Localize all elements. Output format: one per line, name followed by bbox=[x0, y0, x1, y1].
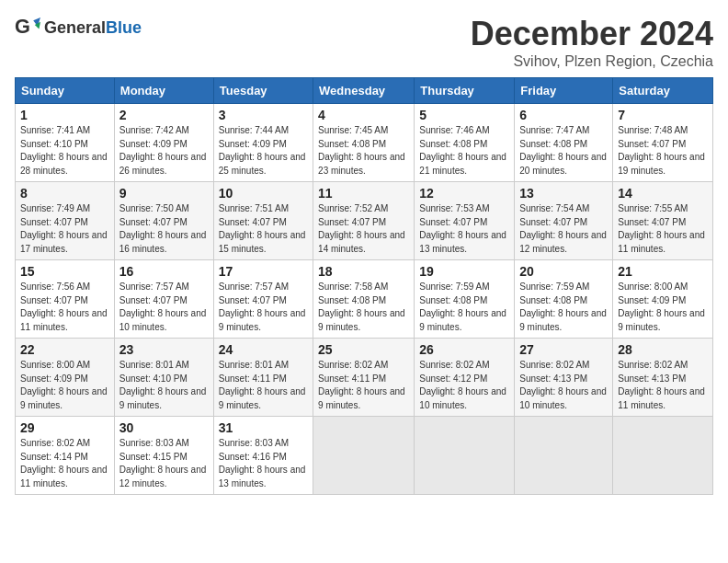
day-detail: Sunrise: 8:00 AM Sunset: 4:09 PM Dayligh… bbox=[618, 281, 708, 334]
calendar-cell: 5 Sunrise: 7:46 AM Sunset: 4:08 PM Dayli… bbox=[415, 104, 515, 182]
calendar-cell: 20 Sunrise: 7:59 AM Sunset: 4:08 PM Dayl… bbox=[515, 260, 613, 339]
day-detail: Sunrise: 8:02 AM Sunset: 4:14 PM Dayligh… bbox=[20, 437, 109, 490]
week-row-4: 22 Sunrise: 8:00 AM Sunset: 4:09 PM Dayl… bbox=[16, 339, 713, 417]
day-number: 24 bbox=[219, 342, 308, 357]
day-detail: Sunrise: 7:50 AM Sunset: 4:07 PM Dayligh… bbox=[119, 202, 209, 256]
day-number: 12 bbox=[419, 186, 509, 201]
day-detail: Sunrise: 7:57 AM Sunset: 4:07 PM Dayligh… bbox=[219, 281, 308, 334]
day-number: 11 bbox=[318, 186, 409, 201]
calendar-cell: 16 Sunrise: 7:57 AM Sunset: 4:07 PM Dayl… bbox=[114, 260, 213, 339]
week-row-5: 29 Sunrise: 8:02 AM Sunset: 4:14 PM Dayl… bbox=[16, 417, 713, 495]
day-detail: Sunrise: 8:03 AM Sunset: 4:15 PM Dayligh… bbox=[119, 437, 209, 490]
day-number: 25 bbox=[318, 342, 409, 357]
calendar-cell: 3 Sunrise: 7:44 AM Sunset: 4:09 PM Dayli… bbox=[213, 104, 313, 182]
day-number: 15 bbox=[20, 264, 109, 279]
day-number: 9 bbox=[119, 186, 209, 201]
day-number: 29 bbox=[20, 420, 109, 435]
calendar-cell: 1 Sunrise: 7:41 AM Sunset: 4:10 PM Dayli… bbox=[16, 104, 115, 182]
day-number: 18 bbox=[318, 264, 409, 279]
calendar-cell: 28 Sunrise: 8:02 AM Sunset: 4:13 PM Dayl… bbox=[613, 339, 713, 417]
day-number: 17 bbox=[219, 264, 308, 279]
title-area: December 2024 Svihov, Plzen Region, Czec… bbox=[471, 15, 713, 70]
day-detail: Sunrise: 7:58 AM Sunset: 4:08 PM Dayligh… bbox=[318, 281, 409, 334]
location-title: Svihov, Plzen Region, Czechia bbox=[471, 53, 713, 70]
calendar-cell: 21 Sunrise: 8:00 AM Sunset: 4:09 PM Dayl… bbox=[613, 260, 713, 339]
weekday-header-thursday: Thursday bbox=[415, 78, 515, 104]
calendar-cell: 18 Sunrise: 7:58 AM Sunset: 4:08 PM Dayl… bbox=[313, 260, 415, 339]
calendar-cell: 15 Sunrise: 7:56 AM Sunset: 4:07 PM Dayl… bbox=[16, 260, 115, 339]
day-detail: Sunrise: 8:02 AM Sunset: 4:13 PM Dayligh… bbox=[519, 359, 608, 412]
weekday-header-saturday: Saturday bbox=[613, 78, 713, 104]
week-row-3: 15 Sunrise: 7:56 AM Sunset: 4:07 PM Dayl… bbox=[16, 260, 713, 339]
calendar-cell: 29 Sunrise: 8:02 AM Sunset: 4:14 PM Dayl… bbox=[16, 417, 115, 495]
day-number: 14 bbox=[618, 186, 708, 201]
calendar-cell bbox=[415, 417, 515, 495]
day-number: 7 bbox=[618, 108, 708, 122]
calendar-cell: 2 Sunrise: 7:42 AM Sunset: 4:09 PM Dayli… bbox=[114, 104, 213, 182]
day-number: 20 bbox=[519, 264, 608, 279]
weekday-header-monday: Monday bbox=[114, 78, 213, 104]
day-number: 10 bbox=[219, 186, 308, 201]
calendar-cell: 4 Sunrise: 7:45 AM Sunset: 4:08 PM Dayli… bbox=[313, 104, 415, 182]
day-detail: Sunrise: 8:02 AM Sunset: 4:13 PM Dayligh… bbox=[618, 359, 708, 412]
calendar-cell: 31 Sunrise: 8:03 AM Sunset: 4:16 PM Dayl… bbox=[213, 417, 313, 495]
day-number: 27 bbox=[519, 342, 608, 357]
day-number: 8 bbox=[20, 186, 109, 201]
calendar-cell: 8 Sunrise: 7:49 AM Sunset: 4:07 PM Dayli… bbox=[16, 182, 115, 260]
day-detail: Sunrise: 8:02 AM Sunset: 4:11 PM Dayligh… bbox=[318, 359, 409, 412]
day-detail: Sunrise: 7:54 AM Sunset: 4:07 PM Dayligh… bbox=[519, 202, 608, 256]
day-number: 4 bbox=[318, 108, 409, 122]
calendar-cell: 25 Sunrise: 8:02 AM Sunset: 4:11 PM Dayl… bbox=[313, 339, 415, 417]
calendar-cell: 13 Sunrise: 7:54 AM Sunset: 4:07 PM Dayl… bbox=[515, 182, 613, 260]
calendar-cell: 10 Sunrise: 7:51 AM Sunset: 4:07 PM Dayl… bbox=[213, 182, 313, 260]
day-detail: Sunrise: 7:53 AM Sunset: 4:07 PM Dayligh… bbox=[419, 202, 509, 256]
day-number: 26 bbox=[419, 342, 509, 357]
calendar-cell bbox=[313, 417, 415, 495]
day-detail: Sunrise: 7:56 AM Sunset: 4:07 PM Dayligh… bbox=[20, 281, 109, 334]
weekday-header-tuesday: Tuesday bbox=[213, 78, 313, 104]
day-detail: Sunrise: 7:47 AM Sunset: 4:08 PM Dayligh… bbox=[519, 124, 608, 178]
day-detail: Sunrise: 8:00 AM Sunset: 4:09 PM Dayligh… bbox=[20, 359, 109, 412]
calendar-cell: 17 Sunrise: 7:57 AM Sunset: 4:07 PM Dayl… bbox=[213, 260, 313, 339]
day-detail: Sunrise: 7:48 AM Sunset: 4:07 PM Dayligh… bbox=[618, 124, 708, 178]
day-detail: Sunrise: 7:46 AM Sunset: 4:08 PM Dayligh… bbox=[419, 124, 509, 178]
calendar-cell: 6 Sunrise: 7:47 AM Sunset: 4:08 PM Dayli… bbox=[515, 104, 613, 182]
calendar-cell: 23 Sunrise: 8:01 AM Sunset: 4:10 PM Dayl… bbox=[114, 339, 213, 417]
logo-icon: G bbox=[15, 15, 40, 40]
day-number: 30 bbox=[119, 420, 209, 435]
day-detail: Sunrise: 7:59 AM Sunset: 4:08 PM Dayligh… bbox=[519, 281, 608, 334]
day-detail: Sunrise: 7:57 AM Sunset: 4:07 PM Dayligh… bbox=[119, 281, 209, 334]
week-row-2: 8 Sunrise: 7:49 AM Sunset: 4:07 PM Dayli… bbox=[16, 182, 713, 260]
month-title: December 2024 bbox=[471, 15, 713, 53]
calendar-cell bbox=[613, 417, 713, 495]
day-number: 31 bbox=[219, 420, 308, 435]
day-detail: Sunrise: 8:03 AM Sunset: 4:16 PM Dayligh… bbox=[219, 437, 308, 490]
day-detail: Sunrise: 8:02 AM Sunset: 4:12 PM Dayligh… bbox=[419, 359, 509, 412]
calendar-cell: 7 Sunrise: 7:48 AM Sunset: 4:07 PM Dayli… bbox=[613, 104, 713, 182]
day-detail: Sunrise: 8:01 AM Sunset: 4:10 PM Dayligh… bbox=[119, 359, 209, 412]
day-detail: Sunrise: 7:52 AM Sunset: 4:07 PM Dayligh… bbox=[318, 202, 409, 256]
weekday-header-row: SundayMondayTuesdayWednesdayThursdayFrid… bbox=[16, 78, 713, 104]
week-row-1: 1 Sunrise: 7:41 AM Sunset: 4:10 PM Dayli… bbox=[16, 104, 713, 182]
calendar-cell: 9 Sunrise: 7:50 AM Sunset: 4:07 PM Dayli… bbox=[114, 182, 213, 260]
weekday-header-sunday: Sunday bbox=[16, 78, 115, 104]
svg-text:G: G bbox=[15, 15, 30, 38]
weekday-header-friday: Friday bbox=[515, 78, 613, 104]
day-detail: Sunrise: 7:59 AM Sunset: 4:08 PM Dayligh… bbox=[419, 281, 509, 334]
day-detail: Sunrise: 8:01 AM Sunset: 4:11 PM Dayligh… bbox=[219, 359, 308, 412]
day-detail: Sunrise: 7:44 AM Sunset: 4:09 PM Dayligh… bbox=[219, 124, 308, 178]
calendar-cell: 27 Sunrise: 8:02 AM Sunset: 4:13 PM Dayl… bbox=[515, 339, 613, 417]
day-detail: Sunrise: 7:41 AM Sunset: 4:10 PM Dayligh… bbox=[20, 124, 109, 178]
day-detail: Sunrise: 7:55 AM Sunset: 4:07 PM Dayligh… bbox=[618, 202, 708, 256]
day-detail: Sunrise: 7:42 AM Sunset: 4:09 PM Dayligh… bbox=[119, 124, 209, 178]
calendar-cell: 12 Sunrise: 7:53 AM Sunset: 4:07 PM Dayl… bbox=[415, 182, 515, 260]
logo-text: GeneralBlue bbox=[44, 18, 142, 38]
day-number: 13 bbox=[519, 186, 608, 201]
day-number: 1 bbox=[20, 108, 109, 122]
day-number: 28 bbox=[618, 342, 708, 357]
day-number: 2 bbox=[119, 108, 209, 122]
calendar-table: SundayMondayTuesdayWednesdayThursdayFrid… bbox=[15, 77, 713, 495]
day-number: 5 bbox=[419, 108, 509, 122]
page-header: G GeneralBlue December 2024 Svihov, Plze… bbox=[15, 15, 713, 70]
calendar-cell: 24 Sunrise: 8:01 AM Sunset: 4:11 PM Dayl… bbox=[213, 339, 313, 417]
